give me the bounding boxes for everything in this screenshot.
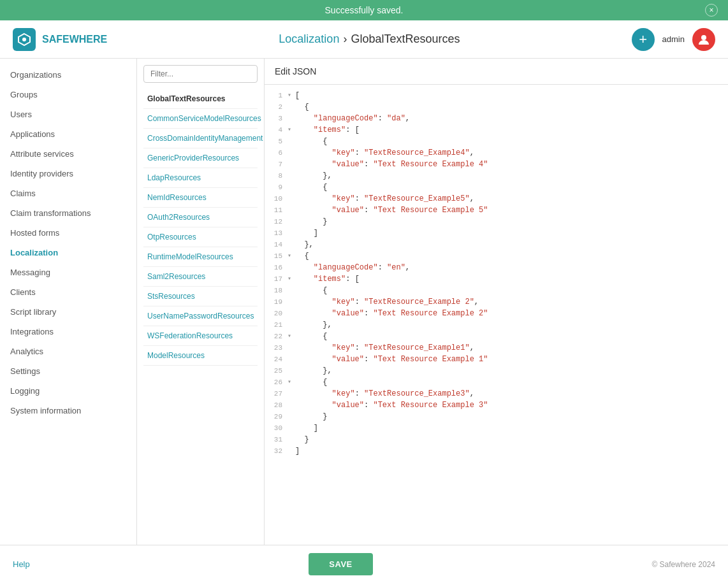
code-line-7: 7 "value": "Text Resource Example 4" — [265, 159, 728, 170]
code-content-7: "value": "Text Resource Example 4" — [295, 159, 728, 170]
breadcrumb-current: GlobalTextResources — [351, 32, 460, 46]
line-number-1: 1 — [265, 90, 288, 101]
fold-icon-1[interactable]: ▾ — [288, 90, 295, 101]
editor-title: Edit JSON — [265, 59, 728, 85]
code-line-21: 21 }, — [265, 319, 728, 331]
sidebar-item-attribute-services[interactable]: Attribute services — [0, 144, 136, 164]
sidebar-item-groups[interactable]: Groups — [0, 85, 136, 104]
sidebar-item-identity-providers[interactable]: Identity providers — [0, 164, 136, 184]
line-number-3: 3 — [265, 113, 288, 124]
sidebar-item-claim-transformations[interactable]: Claim transformations — [0, 203, 136, 223]
footer: Help SAVE © Safewhere 2024 — [0, 545, 728, 583]
code-line-28: 28 "value": "Text Resource Example 3" — [265, 399, 728, 411]
sidebar-item-settings[interactable]: Settings — [0, 361, 136, 381]
code-content-15: { — [295, 250, 728, 262]
sidebar-item-script-library[interactable]: Script library — [0, 302, 136, 322]
fold-icon-4[interactable]: ▾ — [288, 124, 295, 136]
line-number-22: 22 — [265, 331, 288, 342]
filter-input[interactable] — [143, 65, 258, 83]
resource-item-StsResources[interactable]: StsResources — [143, 287, 258, 306]
resource-item-NemIdResources[interactable]: NemIdResources — [143, 188, 258, 208]
code-content-12: } — [295, 216, 728, 227]
resource-item-CommonServiceModelResources[interactable]: CommonServiceModelResources — [143, 109, 258, 129]
admin-label: admin — [662, 34, 685, 44]
sidebar-item-messaging[interactable]: Messaging — [0, 263, 136, 282]
fold-icon-17[interactable]: ▾ — [288, 273, 295, 285]
resource-item-GlobalTextResources[interactable]: GlobalTextResources — [143, 89, 258, 109]
help-label[interactable]: Help — [13, 559, 30, 569]
sidebar-item-logging[interactable]: Logging — [0, 381, 136, 401]
line-number-5: 5 — [265, 136, 288, 147]
code-line-10: 10 "key": "TextResource_Example5", — [265, 193, 728, 205]
code-content-5: { — [295, 136, 728, 147]
resource-item-CrossDomainIdentityManagement[interactable]: CrossDomainIdentityManagement — [143, 129, 258, 148]
main-area: OrganizationsGroupsUsersApplicationsAttr… — [0, 59, 728, 545]
code-line-6: 6 "key": "TextResource_Example4", — [265, 147, 728, 159]
code-line-32: 32 ] — [265, 445, 728, 457]
breadcrumb-separator: › — [343, 32, 347, 46]
code-content-8: }, — [295, 170, 728, 182]
code-line-3: 3 "languageCode": "da", — [265, 113, 728, 124]
line-number-30: 30 — [265, 422, 288, 434]
resource-item-ModelResources[interactable]: ModelResources — [143, 346, 258, 366]
code-content-26: { — [295, 377, 728, 388]
line-number-11: 11 — [265, 205, 288, 216]
fold-icon-15[interactable]: ▾ — [288, 250, 295, 262]
sidebar-item-integrations[interactable]: Integrations — [0, 322, 136, 342]
sidebar-item-applications[interactable]: Applications — [0, 124, 136, 144]
code-line-29: 29 } — [265, 411, 728, 422]
toast-close-button[interactable]: × — [705, 4, 718, 17]
line-number-7: 7 — [265, 159, 288, 170]
line-number-8: 8 — [265, 170, 288, 182]
line-number-26: 26 — [265, 377, 288, 388]
resource-item-OAuth2Resources[interactable]: OAuth2Resources — [143, 208, 258, 227]
code-content-4: "items": [ — [295, 124, 728, 136]
sidebar-item-clients[interactable]: Clients — [0, 282, 136, 302]
sidebar-item-organizations[interactable]: Organizations — [0, 65, 136, 85]
resource-item-WSFederationResources[interactable]: WSFederationResources — [143, 326, 258, 346]
resource-item-GenericProviderResources[interactable]: GenericProviderResources — [143, 148, 258, 168]
sidebar-item-localization[interactable]: Localization — [0, 243, 136, 263]
line-number-4: 4 — [265, 124, 288, 136]
add-button[interactable]: + — [632, 28, 655, 51]
fold-icon-22[interactable]: ▾ — [288, 331, 295, 342]
code-line-26: 26▾ { — [265, 377, 728, 388]
sidebar-item-users[interactable]: Users — [0, 104, 136, 124]
code-line-20: 20 "value": "Text Resource Example 2" — [265, 308, 728, 319]
line-number-27: 27 — [265, 388, 288, 399]
code-content-1: [ — [295, 90, 728, 101]
sidebar-item-claims[interactable]: Claims — [0, 184, 136, 203]
line-number-20: 20 — [265, 308, 288, 319]
sidebar-item-analytics[interactable]: Analytics — [0, 342, 136, 361]
resource-item-LdapResources[interactable]: LdapResources — [143, 168, 258, 188]
sidebar-item-system-information[interactable]: System information — [0, 401, 136, 421]
line-number-2: 2 — [265, 101, 288, 113]
line-number-10: 10 — [265, 193, 288, 205]
code-content-22: { — [295, 331, 728, 342]
line-number-23: 23 — [265, 342, 288, 354]
copyright: © Safewhere 2024 — [652, 560, 715, 569]
line-number-28: 28 — [265, 399, 288, 411]
code-content-19: "key": "TextResource_Example 2", — [295, 296, 728, 308]
code-editor[interactable]: 1▾[2 {3 "languageCode": "da",4▾ "items":… — [265, 85, 728, 545]
code-content-17: "items": [ — [295, 273, 728, 285]
breadcrumb-link[interactable]: Localization — [279, 32, 339, 46]
code-line-31: 31 } — [265, 434, 728, 445]
line-number-9: 9 — [265, 182, 288, 193]
code-content-31: } — [295, 434, 728, 445]
user-button[interactable] — [692, 28, 715, 51]
resource-item-RuntimeModelResources[interactable]: RuntimeModelResources — [143, 247, 258, 267]
save-button[interactable]: SAVE — [309, 553, 372, 575]
code-content-20: "value": "Text Resource Example 2" — [295, 308, 728, 319]
sidebar-item-hosted-forms[interactable]: Hosted forms — [0, 223, 136, 243]
code-content-29: } — [295, 411, 728, 422]
code-content-11: "value": "Text Resource Example 5" — [295, 205, 728, 216]
resource-item-Saml2Resources[interactable]: Saml2Resources — [143, 267, 258, 287]
code-content-18: { — [295, 285, 728, 296]
fold-icon-26[interactable]: ▾ — [288, 377, 295, 388]
line-number-17: 17 — [265, 273, 288, 285]
resource-item-UserNamePasswordResources[interactable]: UserNamePasswordResources — [143, 306, 258, 326]
line-number-25: 25 — [265, 365, 288, 377]
line-number-14: 14 — [265, 239, 288, 250]
resource-item-OtpResources[interactable]: OtpResources — [143, 227, 258, 247]
